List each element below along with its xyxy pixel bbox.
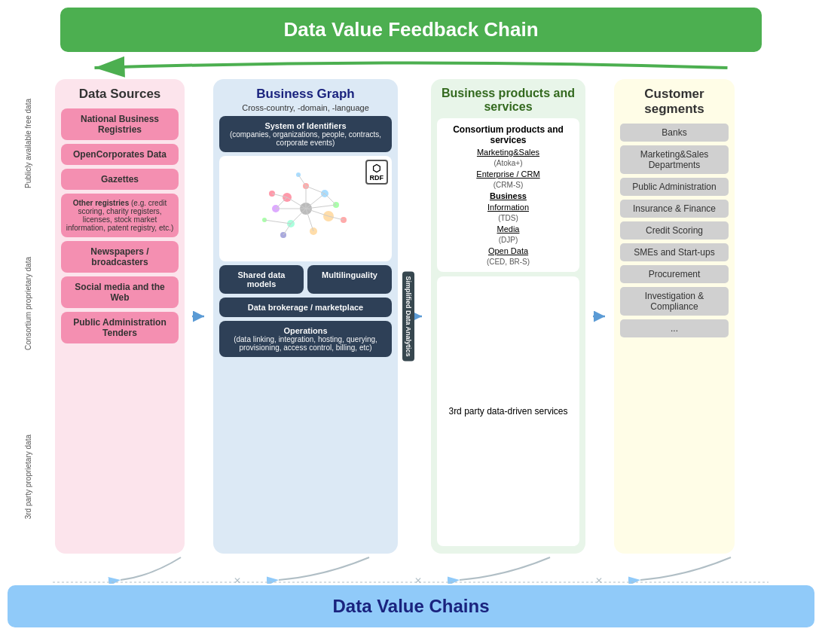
- bg-shared-models: Shared data models: [219, 265, 304, 294]
- bg-system-identifiers: System of Identifiers (companies, organi…: [219, 116, 392, 152]
- cs-investigation: Investigation & Compliance: [620, 287, 729, 316]
- cs-more: ...: [620, 319, 729, 337]
- simplified-analytics-label: Simplified Data Analytics: [402, 271, 414, 361]
- ds-national-business: National Business Registries: [61, 108, 179, 140]
- label-consortium: Consortium proprietary data: [8, 207, 49, 399]
- bg-title: Business Graph: [219, 87, 392, 102]
- svg-line-27: [306, 186, 325, 194]
- cs-banks: Banks: [620, 124, 729, 142]
- svg-line-28: [325, 194, 336, 205]
- header-banner: Data Value Feedback Chain: [60, 8, 762, 52]
- footer-title: Data Value Chains: [332, 596, 489, 616]
- left-labels-container: Publicly available free data Consortium …: [8, 79, 49, 554]
- bp-consortium-box: Consortium products and services Marketi…: [437, 118, 579, 272]
- bp-item-media: Media: [445, 224, 572, 233]
- cs-smes: SMEs and Start-ups: [620, 243, 729, 261]
- bp-item-marketing: Marketing&Sales: [445, 148, 572, 157]
- bg-multilinguality: Multilinguality: [307, 265, 392, 294]
- label-third-party: 3rd party proprietary data: [8, 400, 49, 554]
- svg-text:✕: ✕: [595, 575, 603, 584]
- bg-subtitle: Cross-country, -domain, -language: [219, 103, 392, 112]
- ds-public-admin-tenders: Public Administration Tenders: [61, 312, 179, 343]
- footer-banner: Data Value Chains: [8, 585, 814, 627]
- svg-line-20: [291, 209, 306, 224]
- bp-sub-business-info: (TDS): [445, 214, 572, 222]
- svg-text:✕: ✕: [234, 575, 241, 584]
- cs-public-admin: Public Administration: [620, 178, 729, 196]
- network-graph: [246, 163, 366, 254]
- bp-sub-enterprise: (CRM-S): [445, 181, 572, 189]
- bp-sub-media: (DJP): [445, 236, 572, 244]
- ds-social-media: Social media and the Web: [61, 276, 179, 308]
- cs-title: Customer segments: [620, 87, 729, 117]
- bp-item-business-info: Business: [445, 191, 572, 200]
- bg-two-col: Shared data models Multilinguality: [219, 265, 392, 294]
- cs-marketing-sales: Marketing&Sales Departments: [620, 145, 729, 174]
- curved-arrows-svg: ✕ ✕ ✕: [8, 554, 814, 584]
- svg-line-30: [264, 220, 291, 224]
- svg-text:✕: ✕: [414, 575, 422, 584]
- cs-credit-scoring: Credit Scoring: [620, 221, 729, 240]
- ds-opencorporates: OpenCorporates Data: [61, 144, 179, 165]
- svg-line-17: [287, 197, 306, 209]
- business-products-panel: Business products and services Consortiu…: [431, 79, 585, 554]
- header-title: Data Value Feedback Chain: [283, 18, 538, 41]
- bp-sub-marketing: (Atoka+): [445, 159, 572, 167]
- svg-line-32: [298, 175, 306, 186]
- bp-item-open-data: Open Data: [445, 246, 572, 255]
- bg-data-brokerage: Data brokerage / marketplace: [219, 298, 392, 317]
- customer-segments-panel: Customer segments Banks Marketing&Sales …: [614, 79, 735, 554]
- arrow-bp-cs: [591, 79, 608, 554]
- data-sources-title: Data Sources: [79, 87, 161, 102]
- svg-line-29: [283, 224, 291, 235]
- cs-insurance: Insurance & Finance: [620, 200, 729, 218]
- ds-other-registries: Other registries (e.g. credit scoring, c…: [61, 194, 179, 237]
- bp-third-party: 3rd party data-driven services: [437, 276, 579, 546]
- bp-item-business-info-2: Information: [445, 203, 572, 212]
- bp-item-enterprise: Enterprise / CRM: [445, 169, 572, 179]
- bp-consortium-title: Consortium products and services: [445, 124, 572, 145]
- svg-line-26: [276, 197, 287, 209]
- bg-graph-area: ⬡ RDF: [219, 156, 392, 261]
- ds-gazettes: Gazettes: [61, 169, 179, 190]
- business-graph-panel: Business Graph Cross-country, -domain, -…: [213, 79, 398, 554]
- curved-arrows-row: ✕ ✕ ✕: [8, 554, 814, 584]
- cs-procurement: Procurement: [620, 265, 729, 283]
- ds-newspapers: Newspapers / broadcasters: [61, 241, 179, 273]
- bp-title: Business products and services: [437, 87, 579, 114]
- label-publicly-free: Publicly available free data: [8, 79, 49, 207]
- bg-operations: Operations (data linking, integration, h…: [219, 321, 392, 357]
- rdf-badge: ⬡ RDF: [365, 160, 389, 185]
- data-sources-panel: Data Sources National Business Registrie…: [55, 79, 185, 554]
- feedback-arrow: [60, 56, 762, 79]
- bp-sub-open-data: (CED, BR-S): [445, 258, 572, 266]
- arrow-ds-bg: [191, 79, 207, 554]
